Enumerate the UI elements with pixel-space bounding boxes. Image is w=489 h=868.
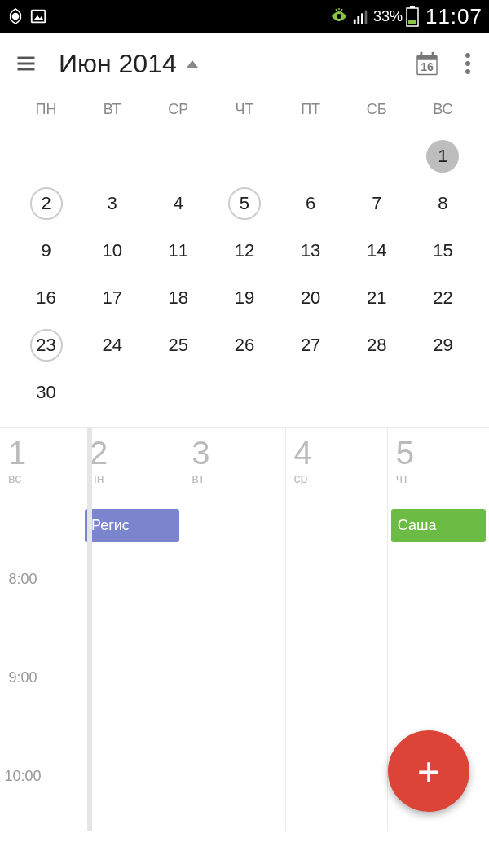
day-number: 12 <box>228 235 261 267</box>
day-cell[interactable]: 9 <box>13 235 79 267</box>
day-number: 18 <box>162 282 195 314</box>
day-cell[interactable]: 20 <box>278 282 344 314</box>
event-chip[interactable]: Регис <box>85 509 179 542</box>
event-chip[interactable]: Саша <box>391 509 486 542</box>
day-cell[interactable]: 11 <box>145 235 211 267</box>
dot-icon <box>465 53 470 58</box>
day-cell[interactable]: 24 <box>79 329 145 362</box>
day-cell[interactable]: 18 <box>145 282 211 314</box>
day-number: 24 <box>96 329 129 362</box>
week-row: 1 <box>13 133 476 180</box>
day-cell[interactable]: 1 <box>410 140 476 173</box>
day-cell[interactable]: 10 <box>79 235 145 267</box>
day-cell[interactable]: 2 <box>13 187 79 220</box>
day-cell[interactable]: 25 <box>145 329 211 362</box>
day-number: 21 <box>360 282 393 314</box>
svg-rect-20 <box>432 52 434 58</box>
day-cell[interactable]: 30 <box>13 376 79 409</box>
day-cell[interactable]: 23 <box>13 329 79 362</box>
day-cell[interactable]: 27 <box>278 329 344 362</box>
today-button[interactable]: 16 <box>408 44 447 83</box>
schedule-day-header: 2пн <box>82 428 183 506</box>
svg-rect-19 <box>421 52 423 58</box>
dow-label: ВС <box>410 101 476 118</box>
schedule-dow-label: вс <box>8 471 73 486</box>
week-schedule-view[interactable]: 1вс2пнРегис3вт4ср5чтСаша 8:009:0010:00 + <box>0 427 489 831</box>
day-cell[interactable]: 16 <box>13 282 79 314</box>
schedule-day-number: 4 <box>294 435 379 471</box>
day-cell[interactable]: 15 <box>410 235 476 267</box>
day-number: 8 <box>426 187 459 220</box>
month-view: ПНВТСРЧТПТСБВС 1234567891011121314151617… <box>0 94 489 427</box>
schedule-day-header: 1вс <box>0 428 81 506</box>
day-number: 3 <box>96 187 129 220</box>
day-cell[interactable]: 5 <box>211 187 277 220</box>
status-right: 33% 11:07 <box>329 4 482 29</box>
day-number: 17 <box>96 282 129 314</box>
day-number: 28 <box>360 329 393 362</box>
svg-line-4 <box>336 9 337 11</box>
day-cell[interactable]: 19 <box>211 282 277 314</box>
svg-rect-2 <box>32 11 46 23</box>
dow-label: ВТ <box>79 101 145 118</box>
dow-label: ПН <box>13 101 79 118</box>
dow-label: СР <box>145 101 211 118</box>
day-number: 22 <box>426 282 459 314</box>
day-cell[interactable]: 13 <box>278 235 344 267</box>
svg-point-1 <box>12 13 18 19</box>
day-number: 2 <box>30 187 63 220</box>
day-number: 4 <box>162 187 195 220</box>
schedule-day-column[interactable]: 3вт <box>183 428 285 831</box>
app-header: Июн 2014 16 <box>0 33 489 94</box>
day-number: 25 <box>162 329 195 362</box>
eye-icon <box>329 7 349 26</box>
day-number: 19 <box>228 282 261 314</box>
dow-label: ЧТ <box>211 101 277 118</box>
battery-percentage: 33% <box>373 8 403 25</box>
schedule-day-number: 5 <box>396 435 481 471</box>
day-number: 6 <box>294 187 327 220</box>
day-cell[interactable]: 21 <box>344 282 410 314</box>
menu-button[interactable] <box>7 44 46 83</box>
day-cell[interactable]: 7 <box>344 187 410 220</box>
day-cell[interactable]: 22 <box>410 282 476 314</box>
schedule-day-column[interactable]: 2пнРегис <box>82 428 183 831</box>
day-number: 7 <box>360 187 393 220</box>
month-selector[interactable]: Июн 2014 <box>59 49 198 79</box>
schedule-day-header: 4ср <box>286 428 387 506</box>
add-event-fab[interactable]: + <box>388 730 469 812</box>
now-indicator <box>87 428 92 831</box>
day-cell[interactable]: 14 <box>344 235 410 267</box>
dow-label: СБ <box>344 101 410 118</box>
week-row: 30 <box>13 369 476 416</box>
day-of-week-header: ПНВТСРЧТПТСБВС <box>13 94 476 133</box>
day-cell[interactable]: 6 <box>278 187 344 220</box>
day-cell[interactable]: 12 <box>211 235 277 267</box>
signal-icon <box>352 7 370 25</box>
day-cell[interactable]: 17 <box>79 282 145 314</box>
day-number: 15 <box>426 235 459 267</box>
day-cell[interactable]: 4 <box>145 187 211 220</box>
week-row: 23242526272829 <box>13 322 476 369</box>
schedule-dow-label: пн <box>90 471 174 486</box>
day-number: 13 <box>294 235 327 267</box>
day-cell[interactable]: 29 <box>410 329 476 362</box>
status-clock: 11:07 <box>425 4 482 29</box>
schedule-day-column[interactable]: 4ср <box>286 428 388 831</box>
day-cell[interactable]: 26 <box>211 329 277 362</box>
day-number: 1 <box>426 140 459 173</box>
dot-icon <box>465 69 470 74</box>
day-number: 10 <box>96 235 129 267</box>
day-cell[interactable]: 8 <box>410 187 476 220</box>
day-cell[interactable]: 28 <box>344 329 410 362</box>
dow-label: ПТ <box>278 101 344 118</box>
schedule-dow-label: чт <box>396 471 481 486</box>
schedule-dow-label: вт <box>192 471 276 486</box>
plus-icon: + <box>417 749 440 794</box>
schedule-day-column[interactable]: 1вс <box>0 428 82 831</box>
day-number: 11 <box>162 235 195 267</box>
week-row: 9101112131415 <box>13 227 476 274</box>
overflow-menu-button[interactable] <box>453 44 482 83</box>
day-cell[interactable]: 3 <box>79 187 145 220</box>
dot-icon <box>465 61 470 66</box>
